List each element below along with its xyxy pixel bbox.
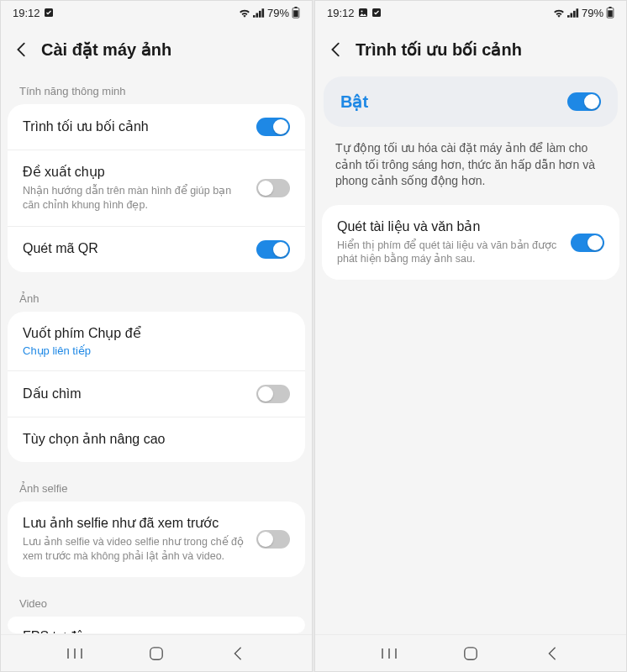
signal-icon xyxy=(253,8,265,18)
master-toggle-row[interactable]: Bật xyxy=(324,76,618,127)
toggle-master[interactable] xyxy=(567,92,601,111)
svg-rect-7 xyxy=(293,10,298,17)
battery-icon xyxy=(292,7,300,18)
card-photo: Vuốt phím Chụp để Chụp liên tiếp Dấu chì… xyxy=(8,312,305,463)
section-smart: Tính năng thông minh xyxy=(1,76,312,104)
status-bar: 19:12 79% xyxy=(1,1,312,24)
row-title: Quét tài liệu và văn bản xyxy=(337,218,562,236)
svg-rect-2 xyxy=(256,13,258,17)
row-title: Đề xuất chụp xyxy=(23,164,248,181)
section-selfie: Ảnh selfie xyxy=(1,474,312,501)
nav-back[interactable] xyxy=(543,644,561,663)
check-icon xyxy=(371,8,382,18)
page-title: Trình tối ưu bối cảnh xyxy=(356,39,522,60)
svg-point-13 xyxy=(361,11,362,13)
row-advanced-photo[interactable]: Tùy chọn ảnh nâng cao xyxy=(8,417,305,462)
card-options: Quét tài liệu và văn bản Hiển thị phím đ… xyxy=(322,205,619,281)
svg-rect-3 xyxy=(259,10,261,17)
nav-bar xyxy=(1,634,312,671)
description-text: Tự động tối ưu hóa cài đặt máy ảnh để là… xyxy=(315,140,626,205)
svg-rect-4 xyxy=(261,8,264,18)
row-shot-suggestion[interactable]: Đề xuất chụp Nhận hướng dẫn trên màn hìn… xyxy=(8,150,305,227)
row-watermark[interactable]: Dấu chìm xyxy=(8,371,305,417)
screen-camera-settings: 19:12 79% Cài đặt máy ảnh Tính năng thôn… xyxy=(0,0,313,672)
toggle-scene-optimizer[interactable] xyxy=(256,118,290,136)
toggle-selfie-save[interactable] xyxy=(256,530,290,549)
row-title: Trình tối ưu bối cảnh xyxy=(23,118,248,136)
row-subtitle: Lưu ảnh selfie và video selfie như trong… xyxy=(23,535,248,564)
signal-icon xyxy=(567,8,579,18)
nav-bar xyxy=(315,634,626,671)
status-time: 19:12 xyxy=(327,7,355,19)
nav-recents[interactable] xyxy=(66,644,84,663)
battery-percent: 79% xyxy=(582,7,603,19)
toggle-shot-suggestion[interactable] xyxy=(256,179,290,197)
card-video: FPS tự động xyxy=(8,617,305,633)
content: Tính năng thông minh Trình tối ưu bối cả… xyxy=(1,76,312,634)
check-icon xyxy=(44,8,54,18)
svg-rect-11 xyxy=(150,647,162,659)
toggle-qr[interactable] xyxy=(256,240,290,259)
row-qr-scan[interactable]: Quét mã QR xyxy=(8,227,305,272)
card-smart: Trình tối ưu bối cảnh Đề xuất chụp Nhận … xyxy=(8,104,305,272)
section-photo: Ảnh xyxy=(1,284,312,312)
svg-rect-1 xyxy=(253,15,256,18)
image-icon xyxy=(358,8,368,18)
row-title: Tùy chọn ảnh nâng cao xyxy=(23,431,282,449)
back-icon[interactable] xyxy=(13,40,31,59)
toggle-watermark[interactable] xyxy=(256,385,290,403)
nav-recents[interactable] xyxy=(380,644,398,663)
svg-rect-15 xyxy=(567,15,570,18)
row-auto-fps[interactable]: FPS tự động xyxy=(8,617,305,633)
row-subtitle: Hiển thị phím để quét tài liệu và văn bả… xyxy=(337,239,562,267)
svg-rect-16 xyxy=(570,13,572,17)
svg-rect-21 xyxy=(608,10,612,17)
content: Bật Tự động tối ưu hóa cài đặt máy ảnh đ… xyxy=(315,76,626,634)
row-scan-documents[interactable]: Quét tài liệu và văn bản Hiển thị phím đ… xyxy=(322,205,619,281)
header: Trình tối ưu bối cảnh xyxy=(315,24,626,76)
card-selfie: Lưu ảnh selfie như đã xem trước Lưu ảnh … xyxy=(8,501,305,577)
status-time: 19:12 xyxy=(13,7,40,19)
nav-home[interactable] xyxy=(147,644,166,663)
row-scene-optimizer[interactable]: Trình tối ưu bối cảnh xyxy=(8,104,305,150)
svg-rect-25 xyxy=(465,647,477,659)
row-title: Dấu chìm xyxy=(23,386,248,403)
back-icon[interactable] xyxy=(327,40,345,59)
page-title: Cài đặt máy ảnh xyxy=(41,39,171,60)
battery-percent: 79% xyxy=(267,7,289,19)
wifi-icon xyxy=(553,8,565,18)
row-title: FPS tự động xyxy=(23,628,282,633)
battery-icon xyxy=(606,7,614,18)
row-title: Vuốt phím Chụp để xyxy=(23,325,282,343)
row-subtitle: Nhận hướng dẫn trên màn hình để giúp bạn… xyxy=(23,184,248,213)
wifi-icon xyxy=(239,8,250,18)
nav-back[interactable] xyxy=(229,644,247,663)
header: Cài đặt máy ảnh xyxy=(1,24,312,76)
svg-rect-17 xyxy=(573,10,576,17)
row-swipe-shutter[interactable]: Vuốt phím Chụp để Chụp liên tiếp xyxy=(8,312,305,372)
svg-rect-18 xyxy=(576,8,578,18)
row-title: Quét mã QR xyxy=(23,240,248,258)
row-subtitle: Chụp liên tiếp xyxy=(23,344,282,357)
row-title: Lưu ảnh selfie như đã xem trước xyxy=(23,515,248,533)
screen-scene-optimizer: 19:12 79% Trình tối ưu bối cảnh Bật Tự đ… xyxy=(314,0,627,672)
row-selfie-save[interactable]: Lưu ảnh selfie như đã xem trước Lưu ảnh … xyxy=(8,501,305,577)
nav-home[interactable] xyxy=(461,644,480,663)
section-video: Video xyxy=(1,589,312,617)
master-toggle-label: Bật xyxy=(340,92,567,112)
status-bar: 19:12 79% xyxy=(315,1,626,24)
toggle-scan-documents[interactable] xyxy=(571,234,604,252)
